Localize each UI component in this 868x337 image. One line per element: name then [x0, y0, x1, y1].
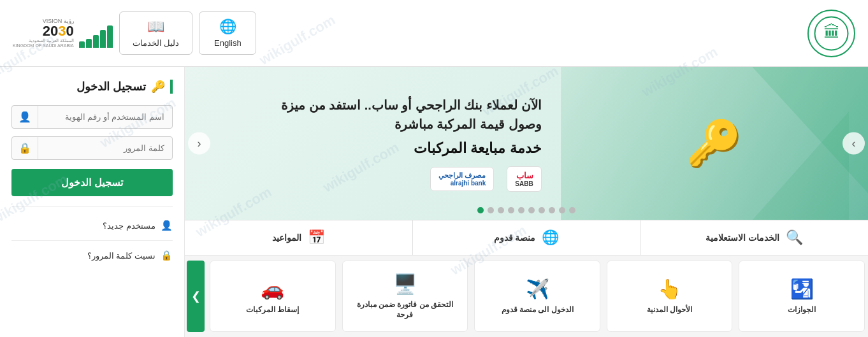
- carousel-title: خدمة مبايعة المركبات: [204, 140, 542, 157]
- government-logo: 🏛: [807, 10, 855, 57]
- bank-logos: ساب SABB مصرف الراجحي alrajhi bank: [204, 166, 542, 192]
- user-icon: 👤: [12, 106, 38, 128]
- alrajhi-logo: مصرف الراجحي alrajhi bank: [430, 167, 494, 191]
- invoice-icon: 🖥️: [393, 273, 417, 295]
- content-area: ‹ 🔑 الآن لعملاء بنك الراجحي أو ساب.. است…: [185, 67, 868, 337]
- english-button[interactable]: 🌐 English: [199, 11, 256, 55]
- quick-services-bar: 🔍 الخدمات الاستعلامية 🌐 منصة قدوم 📅 المو…: [185, 220, 868, 255]
- sidebar-links: 👤 مستخدم جديد؟ 🔒 نسيت كلمة المرور؟: [11, 220, 173, 261]
- password-field-wrapper: 🔒: [11, 136, 173, 160]
- login-sidebar: 🔑 تسجيل الدخول 👤 🔒 تسجيل الدخول 👤 مستخدم…: [0, 67, 185, 337]
- service-card-vehicle-waiver[interactable]: 🚗 إسقاط المركبات: [210, 261, 336, 332]
- appointments-label: المواعيد: [272, 233, 301, 243]
- carousel-inner: ‹ 🔑 الآن لعملاء بنك الراجحي أو ساب.. است…: [185, 67, 868, 220]
- carousel: ‹ 🔑 الآن لعملاء بنك الراجحي أو ساب.. است…: [185, 67, 868, 220]
- login-button[interactable]: تسجيل الدخول: [11, 169, 173, 196]
- info-services-label: الخدمات الاستعلامية: [705, 233, 779, 243]
- header: 🏛 🌐 English 📖 دليل الخدمات: [0, 0, 868, 67]
- arrival-label: منصة قدوم: [494, 233, 536, 243]
- lock-icon: 🔒: [12, 137, 38, 159]
- service-card-arrival-portal[interactable]: ✈️ الدخول الى منصة قدوم: [474, 261, 600, 332]
- carousel-subtitle: الآن لعملاء بنك الراجحي أو ساب.. استفد م…: [204, 96, 542, 134]
- service-card-civil-affairs[interactable]: 👆 الأحوال المدنية: [607, 261, 733, 332]
- absher-logo: رؤية VISION 2030 المملكة العربية السعودي…: [13, 18, 113, 48]
- arrival-icon: ✈️: [526, 278, 549, 300]
- main-container: 🔑 تسجيل الدخول 👤 🔒 تسجيل الدخول 👤 مستخدم…: [0, 67, 868, 337]
- password-input[interactable]: [38, 137, 172, 159]
- carousel-prev-button[interactable]: ‹: [188, 133, 210, 155]
- globe-icon: 🌐: [219, 18, 236, 35]
- search-icon: 🔍: [786, 229, 803, 246]
- arrival-portal-label: الدخول الى منصة قدوم: [502, 305, 574, 315]
- globe-icon-2: 🌐: [542, 229, 559, 246]
- service-card-passports[interactable]: 🛂 الجوازات: [739, 261, 865, 332]
- carousel-text: الآن لعملاء بنك الراجحي أو ساب.. استفد م…: [185, 83, 561, 204]
- vehicle-icon: 🚗: [261, 278, 284, 300]
- service-card-invoice-check[interactable]: 🖥️ التحقق من فاتورة ضمن مبادرة فرحة: [342, 261, 468, 332]
- absher-vision-block: رؤية VISION 2030 المملكة العربية السعودي…: [13, 18, 113, 49]
- quick-item-arrival[interactable]: 🌐 منصة قدوم: [412, 220, 640, 255]
- sidebar-divider-2: [11, 240, 173, 241]
- services-next-button[interactable]: ❯: [187, 261, 205, 332]
- carousel-dot-9[interactable]: [477, 207, 484, 213]
- services-grid: 🛂 الجوازات 👆 الأحوال المدنية ✈️ الدخول ا…: [185, 255, 868, 337]
- kingdom-en: KINGDOM OF SAUDI ARABIA: [13, 43, 74, 48]
- english-label: English: [214, 38, 242, 48]
- header-logo-area: 🏛: [807, 10, 855, 57]
- civil-affairs-label: الأحوال المدنية: [647, 305, 692, 315]
- calendar-icon: 📅: [308, 229, 325, 246]
- services-guide-label: دليل الخدمات: [133, 38, 180, 48]
- vision-2030: 2030: [13, 24, 74, 38]
- sidebar-divider-1: [11, 206, 173, 207]
- book-icon: 📖: [147, 18, 164, 35]
- forgot-password-link[interactable]: 🔒 نسيت كلمة المرور؟: [11, 250, 173, 261]
- login-title: 🔑 تسجيل الدخول: [11, 80, 173, 94]
- login-icon: 🔑: [151, 80, 165, 94]
- header-nav: 🌐 English 📖 دليل الخدمات رؤية VISION 203…: [13, 11, 256, 55]
- civil-affairs-icon: 👆: [658, 278, 681, 300]
- svg-text:🏛: 🏛: [823, 22, 840, 41]
- new-user-link[interactable]: 👤 مستخدم جديد؟: [11, 220, 173, 231]
- carousel-next-button[interactable]: ›: [843, 133, 865, 155]
- vehicle-waiver-label: إسقاط المركبات: [246, 305, 299, 315]
- kingdom-label: المملكة العربية السعودية: [13, 38, 74, 43]
- passports-label: الجوازات: [788, 305, 816, 315]
- quick-item-info-services[interactable]: 🔍 الخدمات الاستعلامية: [640, 220, 868, 255]
- services-guide-button[interactable]: 📖 دليل الخدمات: [119, 11, 193, 55]
- new-user-icon: 👤: [161, 220, 173, 231]
- username-input[interactable]: [38, 106, 172, 128]
- passports-icon: 🛂: [790, 278, 814, 300]
- quick-item-appointments[interactable]: 📅 المواعيد: [185, 220, 412, 255]
- username-field-wrapper: 👤: [11, 105, 173, 129]
- forgot-icon: 🔒: [161, 250, 173, 261]
- sabb-logo: ساب SABB: [507, 166, 541, 192]
- invoice-check-label: التحقق من فاتورة ضمن مبادرة فرحة: [348, 300, 463, 320]
